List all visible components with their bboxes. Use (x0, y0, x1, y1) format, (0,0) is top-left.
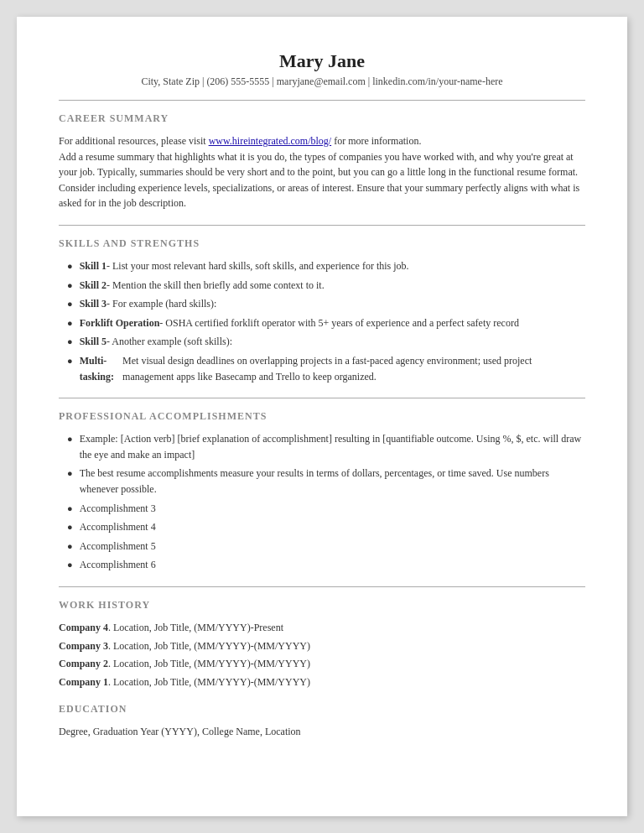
skill-text: - Another example (soft skills): (106, 334, 232, 350)
list-item: Forklift Operation - OSHA certified fork… (67, 315, 585, 331)
list-item: Accomplishment 5 (67, 539, 585, 554)
divider-work (59, 586, 585, 587)
work-detail: . Location, Job Title, (MM/YYYY)-(MM/YYY… (108, 640, 310, 652)
list-item: Skill 1 - List your most relevant hard s… (67, 258, 585, 274)
resume-header: Mary Jane City, State Zip | (206) 555-55… (59, 50, 585, 88)
skill-bold: Skill 2 (80, 278, 106, 294)
skill-text: Met visual design deadlines on overlappi… (122, 353, 585, 384)
divider-accomplishments (59, 398, 585, 398)
work-detail: . Location, Job Title, (MM/YYYY)-Present (108, 622, 283, 633)
divider-skills (59, 225, 585, 226)
accomplishment-text: Accomplishment 6 (80, 557, 156, 573)
list-item: Accomplishment 6 (67, 557, 585, 573)
work-entry: Company 1. Location, Job Title, (MM/YYYY… (59, 674, 585, 691)
accomplishment-text: Accomplishment 4 (80, 519, 156, 535)
skill-bold: Forklift Operation (80, 315, 160, 331)
divider-top (59, 100, 585, 101)
accomplishments-title: PROFESSIONAL ACCOMPLISHMENTS (59, 410, 585, 423)
accomplishment-text: Accomplishment 5 (80, 539, 156, 554)
accomplishment-text: Example: [Action verb] [brief explanatio… (80, 431, 585, 462)
skills-list: Skill 1 - List your most relevant hard s… (59, 258, 585, 384)
accomplishments-section: PROFESSIONAL ACCOMPLISHMENTS Example: [A… (59, 410, 585, 573)
skill-bold: Multi-tasking: (80, 353, 122, 384)
skills-section: SKILLS AND STRENGTHS Skill 1 - List your… (59, 237, 585, 384)
career-link[interactable]: www.hireintegrated.com/blog/ (209, 135, 332, 147)
company-name: Company 3 (59, 640, 108, 652)
company-name: Company 1 (59, 676, 108, 688)
education-body: Degree, Graduation Year (YYYY), College … (59, 724, 585, 740)
work-entry: Company 3. Location, Job Title, (MM/YYYY… (59, 638, 585, 655)
work-history-title: WORK HISTORY (59, 599, 585, 612)
career-body-text: Add a resume summary that highlights wha… (59, 151, 579, 210)
work-entry: Company 4. Location, Job Title, (MM/YYYY… (59, 620, 585, 637)
list-item: Multi-tasking: Met visual design deadlin… (67, 353, 585, 384)
work-detail: . Location, Job Title, (MM/YYYY)-(MM/YYY… (108, 676, 310, 688)
skill-text: - OSHA certified forklift operator with … (159, 315, 519, 331)
career-summary-title: CAREER SUMMARY (59, 112, 585, 125)
career-intro-suffix: for more information. (331, 135, 421, 147)
career-summary-section: CAREER SUMMARY For additional resources,… (59, 112, 585, 211)
list-item: Skill 2 - Mention the skill then briefly… (67, 278, 585, 294)
work-history-entries: Company 4. Location, Job Title, (MM/YYYY… (59, 620, 585, 691)
education-section: EDUCATION Degree, Graduation Year (YYYY)… (59, 703, 585, 740)
accomplishment-text: The best resume accomplishments measure … (80, 466, 585, 497)
list-item: Accomplishment 4 (67, 519, 585, 535)
skills-title: SKILLS AND STRENGTHS (59, 237, 585, 250)
skill-bold: Skill 5 (80, 334, 106, 350)
contact-info: City, State Zip | (206) 555-5555 | maryj… (59, 75, 585, 88)
list-item: Example: [Action verb] [brief explanatio… (67, 431, 585, 462)
education-title: EDUCATION (59, 703, 585, 716)
company-name: Company 4 (59, 622, 108, 633)
skill-bold: Skill 3 (80, 296, 106, 312)
career-summary-body: For additional resources, please visit w… (59, 133, 585, 211)
career-intro-prefix: For additional resources, please visit (59, 135, 209, 147)
list-item: Skill 5 - Another example (soft skills): (67, 334, 585, 350)
list-item: The best resume accomplishments measure … (67, 466, 585, 497)
work-detail: . Location, Job Title, (MM/YYYY)-(MM/YYY… (108, 658, 310, 669)
accomplishment-text: Accomplishment 3 (80, 501, 156, 517)
list-item: Accomplishment 3 (67, 501, 585, 517)
company-name: Company 2 (59, 658, 108, 669)
skill-text: - For example (hard skills): (106, 296, 216, 312)
skill-text: - List your most relevant hard skills, s… (106, 258, 409, 274)
resume-container: Mary Jane City, State Zip | (206) 555-55… (17, 17, 627, 816)
candidate-name: Mary Jane (59, 50, 585, 72)
skill-bold: Skill 1 (80, 258, 106, 274)
list-item: Skill 3 - For example (hard skills): (67, 296, 585, 312)
accomplishments-list: Example: [Action verb] [brief explanatio… (59, 431, 585, 573)
work-entry: Company 2. Location, Job Title, (MM/YYYY… (59, 656, 585, 673)
work-history-section: WORK HISTORY Company 4. Location, Job Ti… (59, 599, 585, 691)
skill-text: - Mention the skill then briefly add som… (106, 278, 325, 294)
